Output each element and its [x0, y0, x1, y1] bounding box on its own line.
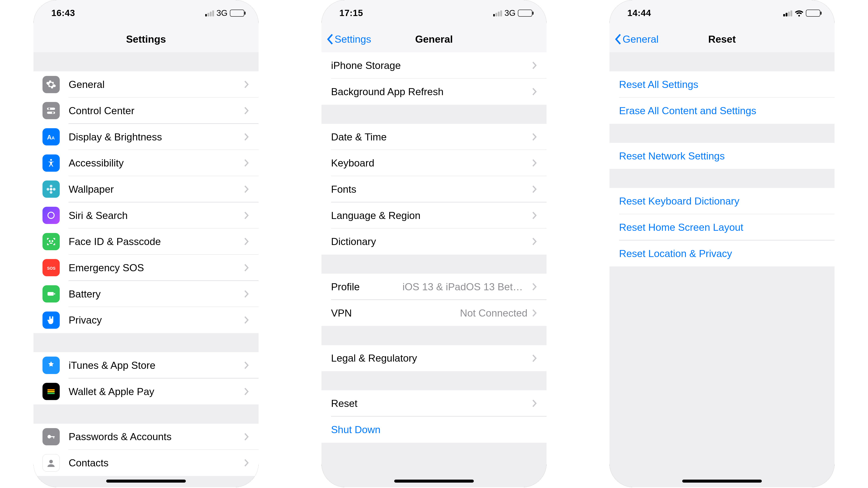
- row-label: Legal & Regulatory: [331, 352, 417, 364]
- row-reset[interactable]: Reset: [321, 390, 547, 417]
- row-vpn[interactable]: VPN Not Connected: [321, 300, 547, 326]
- row-contacts[interactable]: Contacts: [33, 450, 258, 476]
- faceid-icon: [42, 233, 60, 250]
- row-legal-regulatory[interactable]: Legal & Regulatory: [321, 345, 547, 371]
- group-spacer: [321, 326, 547, 345]
- status-time: 16:43: [51, 8, 75, 18]
- row-reset-all-settings[interactable]: Reset All Settings: [610, 71, 835, 98]
- home-indicator[interactable]: [106, 480, 186, 483]
- row-battery[interactable]: Battery: [33, 281, 258, 307]
- row-label: Reset Home Screen Layout: [619, 221, 743, 233]
- row-passwords-accounts[interactable]: Passwords & Accounts: [33, 424, 258, 450]
- row-emergency-sos[interactable]: SOS Emergency SOS: [33, 255, 258, 281]
- row-label: Siri & Search: [68, 209, 128, 221]
- home-indicator[interactable]: [682, 480, 762, 483]
- row-reset-location-privacy[interactable]: Reset Location & Privacy: [610, 240, 835, 267]
- settings-group-2: iTunes & App Store Wallet & Apple Pay: [33, 352, 258, 404]
- reset-content[interactable]: Reset All Settings Erase All Content and…: [610, 52, 835, 487]
- hand-icon: [42, 312, 60, 329]
- group-spacer: [321, 371, 547, 390]
- status-bar: 16:43 3G: [33, 0, 258, 26]
- row-itunes-appstore[interactable]: iTunes & App Store: [33, 352, 258, 379]
- text-size-icon: AA: [42, 128, 60, 145]
- row-faceid-passcode[interactable]: Face ID & Passcode: [33, 228, 258, 255]
- row-dictionary[interactable]: Dictionary: [321, 228, 547, 255]
- row-fonts[interactable]: Fonts: [321, 176, 547, 202]
- wallet-icon: [42, 383, 60, 400]
- row-background-app-refresh[interactable]: Background App Refresh: [321, 78, 547, 105]
- row-label: iPhone Storage: [331, 60, 401, 71]
- chevron-right-icon: [244, 107, 249, 115]
- row-date-time[interactable]: Date & Time: [321, 124, 547, 150]
- row-label: Shut Down: [331, 424, 380, 435]
- row-control-center[interactable]: Control Center: [33, 98, 258, 124]
- battery-row-icon: [42, 285, 60, 302]
- back-button[interactable]: Settings: [326, 26, 371, 52]
- row-label: VPN: [331, 307, 352, 319]
- row-label: Dictionary: [331, 236, 376, 248]
- row-accessibility[interactable]: Accessibility: [33, 150, 258, 176]
- row-siri-search[interactable]: Siri & Search: [33, 202, 258, 229]
- reset-group-0: Reset All Settings Erase All Content and…: [610, 71, 835, 124]
- chevron-right-icon: [244, 388, 249, 395]
- siri-icon: [42, 207, 60, 224]
- row-shut-down[interactable]: Shut Down: [321, 417, 547, 443]
- gear-icon: [42, 76, 60, 93]
- row-label: Reset Keyboard Dictionary: [619, 195, 740, 207]
- row-label: Profile: [331, 281, 360, 293]
- row-reset-home-screen-layout[interactable]: Reset Home Screen Layout: [610, 214, 835, 240]
- row-label: Accessibility: [68, 157, 124, 169]
- status-right: 3G: [205, 8, 244, 18]
- row-label: Contacts: [68, 457, 108, 469]
- nav-header: General Reset: [610, 26, 835, 53]
- row-iphone-storage[interactable]: iPhone Storage: [321, 52, 547, 78]
- key-icon: [42, 428, 60, 445]
- row-reset-network-settings[interactable]: Reset Network Settings: [610, 143, 835, 169]
- status-bar: 14:44: [610, 0, 835, 26]
- svg-point-9: [50, 191, 52, 194]
- row-label: Display & Brightness: [68, 131, 162, 143]
- reset-group-2: Reset Keyboard Dictionary Reset Home Scr…: [610, 188, 835, 266]
- row-label: Emergency SOS: [68, 262, 144, 274]
- chevron-right-icon: [532, 309, 537, 317]
- group-spacer: [610, 124, 835, 143]
- row-label: Passwords & Accounts: [68, 431, 172, 443]
- network-label: 3G: [216, 8, 227, 18]
- group-spacer: [33, 333, 258, 352]
- row-profile[interactable]: Profile iOS 13 & iPadOS 13 Beta Software…: [321, 274, 547, 300]
- appstore-icon: [42, 357, 60, 374]
- chevron-right-icon: [532, 62, 537, 69]
- home-indicator[interactable]: [394, 480, 474, 483]
- row-label: Language & Region: [331, 209, 421, 221]
- general-content[interactable]: iPhone Storage Background App Refresh Da…: [321, 52, 547, 487]
- svg-rect-18: [48, 389, 55, 391]
- row-language-region[interactable]: Language & Region: [321, 202, 547, 229]
- chevron-right-icon: [244, 185, 249, 193]
- row-wallpaper[interactable]: Wallpaper: [33, 176, 258, 202]
- svg-point-2: [48, 108, 50, 109]
- row-reset-keyboard-dictionary[interactable]: Reset Keyboard Dictionary: [610, 188, 835, 214]
- group-spacer: [33, 52, 258, 71]
- row-wallet-applepay[interactable]: Wallet & Apple Pay: [33, 379, 258, 405]
- svg-point-3: [52, 112, 54, 113]
- chevron-right-icon: [244, 133, 249, 141]
- general-group-3: Legal & Regulatory: [321, 345, 547, 371]
- row-keyboard[interactable]: Keyboard: [321, 150, 547, 176]
- svg-rect-20: [48, 393, 55, 394]
- row-general[interactable]: General: [33, 71, 258, 98]
- wifi-icon: [795, 10, 804, 17]
- chevron-right-icon: [244, 459, 249, 467]
- row-label: Privacy: [68, 314, 102, 326]
- chevron-right-icon: [244, 433, 249, 441]
- settings-content[interactable]: General Control Center AA Display & Brig…: [33, 52, 258, 487]
- row-privacy[interactable]: Privacy: [33, 307, 258, 333]
- switches-icon: [42, 102, 60, 119]
- nav-header: Settings: [33, 26, 258, 53]
- back-button[interactable]: General: [614, 26, 658, 52]
- phone-reset: 14:44 General Reset Reset All Settings: [610, 0, 835, 487]
- chevron-right-icon: [244, 316, 249, 324]
- row-label: Wallpaper: [68, 183, 114, 195]
- row-label: Reset Location & Privacy: [619, 248, 732, 259]
- row-erase-all-content[interactable]: Erase All Content and Settings: [610, 98, 835, 124]
- row-display-brightness[interactable]: AA Display & Brightness: [33, 124, 258, 150]
